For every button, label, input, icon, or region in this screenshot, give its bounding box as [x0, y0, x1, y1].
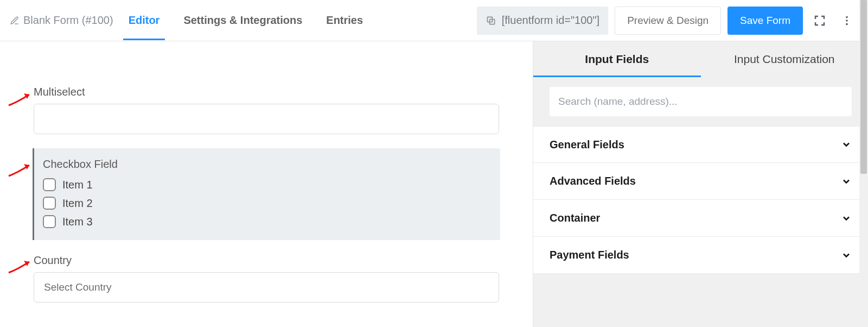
annotation-arrow-icon [7, 259, 34, 274]
field-sections: General Fields Advanced Fields Container… [533, 126, 868, 274]
country-select[interactable]: Select Country [34, 272, 499, 303]
multiselect-input[interactable] [34, 104, 499, 134]
checkbox-icon[interactable] [43, 215, 56, 228]
shortcode-text: [fluentform id="100"] [502, 14, 599, 27]
form-title[interactable]: Blank Form (#100) [10, 14, 113, 27]
right-tools: [fluentform id="100"] Preview & Design S… [477, 7, 857, 35]
edit-icon [10, 16, 20, 26]
checkbox-icon[interactable] [43, 197, 56, 210]
tab-settings[interactable]: Settings & Integrations [183, 1, 302, 40]
field-checkbox[interactable]: Checkbox Field Item 1 Item 2 Item 3 [33, 148, 500, 240]
fullscreen-icon [813, 14, 826, 27]
checkbox-option-label: Item 2 [62, 197, 93, 210]
search-wrap [533, 77, 868, 126]
section-label: Container [550, 212, 600, 224]
checkbox-option[interactable]: Item 3 [43, 215, 492, 228]
checkbox-icon[interactable] [43, 178, 56, 191]
topbar: Blank Form (#100) Editor Settings & Inte… [0, 0, 868, 41]
section-label: General Fields [550, 139, 624, 151]
copy-icon [486, 15, 496, 26]
section-label: Advanced Fields [550, 175, 636, 187]
save-button[interactable]: Save Form [727, 7, 803, 35]
side-tabs: Input Fields Input Customization [533, 41, 868, 77]
checkbox-option-label: Item 1 [62, 179, 93, 191]
shortcode-box[interactable]: [fluentform id="100"] [477, 7, 608, 35]
svg-point-2 [846, 16, 848, 18]
field-label: Multiselect [34, 86, 499, 98]
section-general-fields[interactable]: General Fields [533, 126, 868, 163]
more-button[interactable] [837, 10, 857, 31]
select-placeholder: Select Country [44, 281, 112, 293]
chevron-down-icon [841, 139, 852, 150]
section-payment-fields[interactable]: Payment Fields [533, 237, 868, 274]
checkbox-option[interactable]: Item 2 [43, 197, 492, 210]
svg-point-3 [846, 20, 848, 22]
preview-button[interactable]: Preview & Design [615, 7, 721, 35]
fullscreen-button[interactable] [809, 10, 830, 31]
more-vertical-icon [841, 15, 853, 27]
chevron-down-icon [841, 250, 852, 261]
chevron-down-icon [841, 176, 852, 187]
field-label: Country [34, 254, 499, 267]
side-tab-customization[interactable]: Input Customization [701, 41, 869, 77]
section-label: Payment Fields [550, 249, 629, 261]
side-panel: Input Fields Input Customization General… [533, 41, 868, 327]
field-country[interactable]: Country Select Country [33, 253, 500, 304]
section-advanced-fields[interactable]: Advanced Fields [533, 163, 868, 200]
chevron-down-icon [841, 213, 852, 224]
form-canvas: Multiselect Checkbox Field Item 1 Item 2… [0, 41, 533, 327]
search-input[interactable] [550, 87, 852, 116]
svg-point-4 [846, 23, 848, 25]
form-title-text: Blank Form (#100) [23, 14, 113, 27]
scrollbar[interactable] [859, 0, 868, 327]
top-tabs: Editor Settings & Integrations Entries [129, 1, 363, 40]
annotation-arrow-icon [7, 162, 34, 177]
checkbox-option[interactable]: Item 1 [43, 178, 492, 191]
section-container[interactable]: Container [533, 200, 868, 237]
field-label: Checkbox Field [43, 158, 492, 171]
scrollbar-thumb[interactable] [860, 0, 867, 174]
main: Multiselect Checkbox Field Item 1 Item 2… [0, 41, 868, 327]
checkbox-option-label: Item 3 [62, 216, 93, 228]
tab-entries[interactable]: Entries [326, 1, 363, 40]
field-multiselect[interactable]: Multiselect [33, 85, 500, 135]
side-tab-input-fields[interactable]: Input Fields [533, 41, 701, 77]
tab-editor[interactable]: Editor [129, 1, 160, 40]
annotation-arrow-icon [7, 91, 34, 106]
